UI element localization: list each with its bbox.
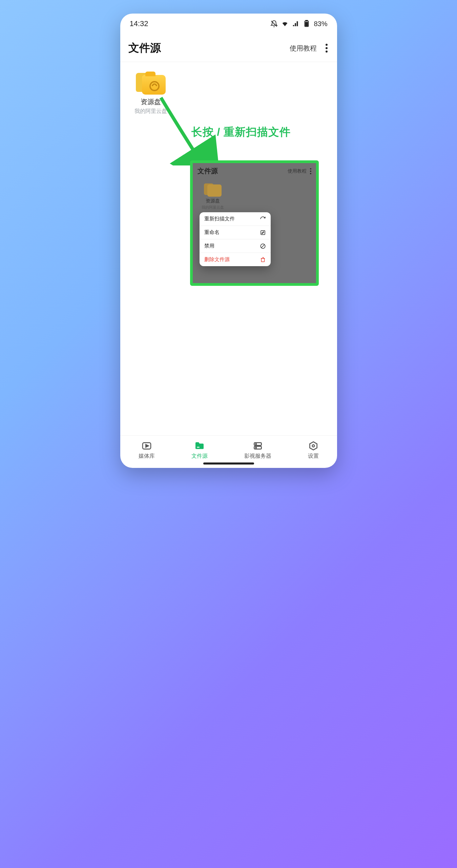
edit-icon [260, 230, 266, 236]
nav-library-label: 媒体库 [139, 453, 155, 460]
page-title: 文件源 [128, 41, 161, 56]
signal-icon [292, 20, 299, 27]
home-indicator [203, 462, 254, 465]
nav-servers[interactable]: 影视服务器 [244, 440, 271, 460]
menu-disable-label: 禁用 [204, 243, 214, 249]
battery-icon [303, 20, 310, 27]
svg-point-14 [312, 445, 314, 447]
ban-icon [260, 243, 266, 249]
svg-point-13 [255, 447, 256, 448]
nav-sources[interactable]: 文件源 [191, 440, 208, 460]
svg-rect-7 [261, 258, 264, 262]
menu-rename-label: 重命名 [204, 229, 220, 236]
settings-hex-icon [308, 440, 319, 451]
nav-servers-label: 影视服务器 [244, 453, 271, 460]
nav-settings[interactable]: 设置 [308, 440, 319, 460]
page-header: 文件源 使用教程 [120, 34, 337, 62]
phone-frame: 14:32 83% 文件源 使用教程 资源盘 我的阿里云盘 [120, 14, 337, 468]
nav-library[interactable]: 媒体库 [139, 440, 155, 460]
trash-icon [260, 257, 266, 263]
svg-rect-3 [306, 22, 308, 26]
folder-icon [136, 70, 166, 95]
menu-delete-label: 删除文件源 [204, 256, 230, 263]
status-battery-text: 83% [314, 20, 327, 28]
svg-rect-2 [306, 20, 308, 21]
nav-sources-label: 文件源 [191, 453, 208, 460]
svg-rect-9 [197, 447, 200, 448]
status-icons: 83% [270, 20, 327, 28]
bell-off-icon [270, 20, 278, 27]
more-menu-icon[interactable] [324, 42, 329, 55]
folder-nav-icon [194, 440, 205, 451]
svg-line-6 [261, 244, 264, 248]
status-time: 14:32 [130, 19, 148, 28]
svg-point-12 [255, 443, 256, 445]
wifi-icon [281, 20, 289, 27]
file-source-item[interactable]: 资源盘 我的阿里云盘 [127, 70, 174, 115]
menu-delete[interactable]: 删除文件源 [200, 253, 271, 266]
folder-title: 资源盘 [127, 97, 174, 106]
tutorial-link[interactable]: 使用教程 [290, 44, 317, 53]
server-icon [252, 440, 263, 451]
menu-rescan-label: 重新扫描文件 [204, 216, 235, 222]
nav-settings-label: 设置 [308, 453, 319, 460]
inset-longpress-preview: 文件源 使用教程 资源盘 我的阿里云盘 重新扫描文件 [190, 160, 319, 286]
menu-disable[interactable]: 禁用 [200, 239, 271, 253]
folder-subtitle: 我的阿里云盘 [127, 108, 174, 115]
content-area: 资源盘 我的阿里云盘 长按 / 重新扫描文件 文件源 使用教程 [120, 62, 337, 435]
menu-rename[interactable]: 重命名 [200, 226, 271, 239]
refresh-icon [260, 216, 266, 222]
svg-rect-4 [261, 231, 265, 235]
context-menu: 重新扫描文件 重命名 禁用 删除文件源 [200, 212, 271, 266]
annotation-label: 长按 / 重新扫描文件 [191, 125, 291, 140]
status-bar: 14:32 83% [120, 14, 337, 34]
play-square-icon [141, 440, 152, 451]
menu-rescan[interactable]: 重新扫描文件 [200, 212, 271, 226]
